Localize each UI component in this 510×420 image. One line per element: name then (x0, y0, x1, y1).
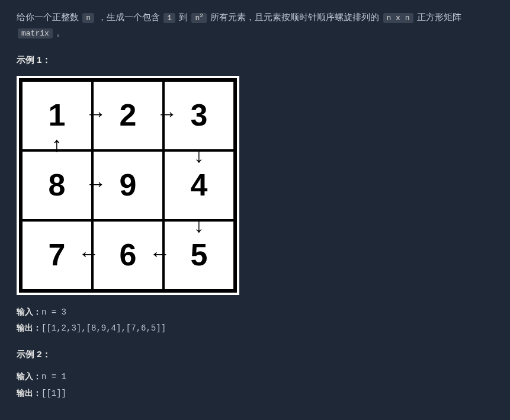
example-1-title: 示例 1： (17, 52, 493, 68)
input-label: 输入： (17, 372, 41, 381)
desc-text-5: 正方形矩阵 (415, 12, 461, 22)
arrow-right-icon: → (85, 103, 107, 124)
desc-text-2: ，生成一个包含 (95, 12, 162, 22)
desc-text-6: 。 (54, 27, 65, 37)
matrix-num-5: 5 (191, 229, 208, 281)
example-2-title: 示例 2： (17, 347, 493, 362)
matrix-num-9: 9 (120, 159, 137, 211)
matrix-grid: 1 → 2 → 3 ↓ 8 → ↑ 9 4 ↓ 7 6 ← (19, 78, 237, 293)
input-label: 输入： (17, 307, 41, 317)
code-nxn: n x n (383, 13, 413, 23)
arrow-right-icon: → (156, 103, 178, 124)
output-label: 输出： (17, 389, 41, 398)
arrow-down-icon: ↓ (194, 145, 204, 166)
desc-text-1: 给你一个正整数 (17, 12, 81, 22)
desc-text-3: 到 (177, 12, 190, 22)
input-value: n = 1 (41, 372, 66, 381)
example-2-output: 输出：[[1]] (17, 387, 493, 401)
code-n: n (82, 13, 94, 23)
desc-text-4: 所有元素，且元素按顺时针顺序螺旋排列的 (208, 12, 381, 22)
example-1-output: 输出：[[1,2,3],[8,9,4],[7,6,5]] (17, 322, 493, 336)
example-2-io: 输入：n = 1 输出：[[1]] (17, 370, 493, 401)
arrow-down-icon: ↓ (194, 214, 204, 236)
matrix-num-3: 3 (191, 89, 208, 141)
matrix-num-7: 7 (49, 229, 66, 281)
matrix-num-8: 8 (49, 159, 66, 211)
matrix-num-4: 4 (191, 159, 208, 211)
matrix-num-6: 6 (120, 229, 137, 281)
code-1: 1 (163, 13, 175, 23)
example-2-input: 输入：n = 1 (17, 370, 493, 384)
output-value: [[1]] (41, 389, 66, 398)
arrow-up-icon: ↑ (52, 134, 62, 155)
example-1-io: 输入：n = 3 输出：[[1,2,3],[8,9,4],[7,6,5]] (17, 306, 493, 336)
arrow-left-icon: ← (149, 243, 171, 264)
spiral-matrix-diagram: 1 → 2 → 3 ↓ 8 → ↑ 9 4 ↓ 7 6 ← (17, 76, 239, 295)
example-1-input: 输入：n = 3 (17, 306, 493, 320)
arrow-right-icon: → (85, 173, 107, 194)
matrix-num-2: 2 (120, 89, 137, 141)
matrix-cell: 8 → ↑ (20, 149, 94, 222)
code-n-squared: n2 (191, 13, 207, 23)
code-matrix: matrix (18, 28, 53, 39)
output-value: [[1,2,3],[8,9,4],[7,6,5]] (41, 323, 166, 333)
input-value: n = 3 (41, 307, 66, 317)
problem-description: 给你一个正整数 n ，生成一个包含 1 到 n2 所有元素，且元素按顺时针顺序螺… (17, 9, 493, 40)
output-label: 输出： (17, 323, 41, 333)
arrow-left-icon: ← (78, 243, 100, 264)
